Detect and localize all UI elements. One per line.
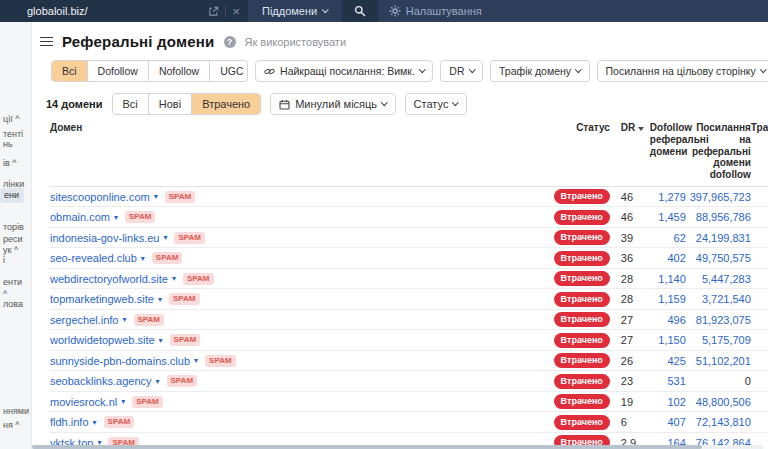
traffic-value: 0	[751, 334, 768, 346]
table-row: sunnyside-pbn-domains.club ▾ SPAM Втраче…	[50, 351, 768, 372]
scrollbar-thumb[interactable]	[32, 445, 702, 449]
links-ref-dofollow-value[interactable]: 72,143,810	[686, 416, 751, 428]
domain-link[interactable]: sunnyside-pbn-domains.club	[50, 355, 190, 367]
col-dofollow-ref-domains[interactable]: Dofollow реферальні домени	[650, 122, 686, 181]
dr-value: 39	[610, 232, 650, 244]
col-traffic[interactable]: Трафік	[751, 122, 768, 181]
dr-filter[interactable]: DR	[440, 60, 483, 82]
sidebar-item[interactable]: ня ^	[3, 420, 20, 430]
chevron-down-icon[interactable]: ▾	[114, 213, 118, 222]
dofollow-ref-domains-value[interactable]: 1,150	[650, 334, 686, 346]
domain-link[interactable]: sitescooponline.com	[50, 191, 150, 203]
period-dropdown[interactable]: Минулий місяць	[270, 93, 395, 115]
dofollow-ref-domains-value[interactable]: 62	[650, 232, 686, 244]
chevron-down-icon[interactable]: ▾	[163, 233, 167, 242]
col-status[interactable]: Статус	[548, 122, 610, 181]
external-link-icon[interactable]	[208, 6, 219, 17]
chevron-down-icon[interactable]: ▾	[141, 254, 145, 263]
links-ref-dofollow-value[interactable]: 5,447,283	[686, 273, 751, 285]
domain-link[interactable]: worldwidetopweb.site	[50, 334, 155, 346]
links-ref-dofollow-value[interactable]: 397,965,723	[686, 191, 751, 203]
dofollow-ref-domains-value[interactable]: 1,159	[650, 293, 686, 305]
spam-badge: SPAM	[132, 396, 163, 408]
links-ref-dofollow-value[interactable]: 88,956,786	[686, 211, 751, 223]
sidebar-item[interactable]: ції ^	[3, 114, 19, 124]
links-ref-dofollow-value[interactable]: 24,199,831	[686, 232, 751, 244]
tab-new[interactable]: Нові	[148, 94, 191, 114]
help-link[interactable]: Як використовувати	[245, 36, 347, 48]
sidebar-item[interactable]: ук ^	[3, 245, 18, 255]
links-ref-dofollow-value[interactable]: 48,800,506	[686, 396, 751, 408]
chevron-down-icon[interactable]: ▾	[123, 315, 127, 324]
sidebar-item[interactable]: ^	[3, 289, 7, 299]
links-ref-dofollow-value[interactable]: 49,750,575	[686, 252, 751, 264]
chevron-down-icon[interactable]: ▾	[93, 418, 97, 427]
settings-label: Налаштування	[406, 5, 482, 17]
help-icon[interactable]	[224, 36, 236, 48]
sidebar-item[interactable]: енти	[3, 277, 22, 287]
chevron-down-icon[interactable]: ▾	[158, 295, 162, 304]
chevron-down-icon[interactable]: ▾	[172, 274, 176, 283]
dofollow-ref-domains-value[interactable]: 531	[650, 375, 686, 387]
domain-link[interactable]: indonesia-gov-links.eu	[50, 232, 159, 244]
domain-link[interactable]: sergechel.info	[50, 314, 119, 326]
dr-value: 19	[610, 396, 650, 408]
subdomains-dropdown[interactable]: Піддомени	[248, 0, 342, 22]
sidebar-item[interactable]: нь	[3, 139, 13, 149]
col-domain[interactable]: Домен	[50, 122, 548, 181]
domain-link[interactable]: webdirectoryofworld.site	[50, 273, 168, 285]
target-url[interactable]: globaloil.biz/	[27, 5, 208, 17]
chevron-down-icon[interactable]: ▾	[156, 377, 160, 386]
tab-lost[interactable]: Втрачено	[191, 94, 260, 114]
domain-link[interactable]: topmarketingweb.site	[50, 293, 154, 305]
chevron-down-icon[interactable]: ▾	[154, 192, 158, 201]
sidebar-item[interactable]: лова	[3, 299, 23, 309]
domain-link[interactable]: seo-revealed.club	[50, 252, 137, 264]
status-dropdown[interactable]: Статус	[405, 93, 467, 115]
search-button[interactable]	[342, 0, 378, 22]
sidebar-item-active[interactable]: ени	[0, 188, 24, 203]
sidebar-item[interactable]: ів ^	[3, 158, 17, 168]
dofollow-ref-domains-value[interactable]: 102	[650, 396, 686, 408]
traffic-value: 0	[751, 375, 768, 387]
dofollow-ref-domains-value[interactable]: 1,459	[650, 211, 686, 223]
best-links-filter[interactable]: Найкращі посилання: Вимк.	[255, 60, 433, 82]
links-ref-dofollow-value[interactable]: 3,721,540	[686, 293, 751, 305]
domain-link[interactable]: seobacklinks.agency	[50, 375, 152, 387]
sidebar-item[interactable]: тенті	[3, 129, 23, 139]
chevron-down-icon[interactable]: ▾	[159, 336, 163, 345]
tab-all[interactable]: Всі	[113, 94, 148, 114]
settings-button[interactable]: Налаштування	[378, 0, 482, 22]
links-ref-dofollow-value[interactable]: 51,102,201	[686, 355, 751, 367]
dofollow-ref-domains-value[interactable]: 496	[650, 314, 686, 326]
domain-link[interactable]: obmain.com	[50, 211, 110, 223]
col-links-ref-dofollow[interactable]: Посилання на реферальні домени dofollow	[686, 122, 751, 181]
filter-all[interactable]: Всі	[52, 61, 87, 81]
links-ref-dofollow-value[interactable]: 5,175,709	[686, 334, 751, 346]
sidebar-item[interactable]: ннями	[3, 406, 29, 416]
links-ref-dofollow-value[interactable]: 81,923,075	[686, 314, 751, 326]
chevron-down-icon[interactable]: ▾	[194, 356, 198, 365]
domain-traffic-filter[interactable]: Трафік домену	[490, 60, 590, 82]
close-icon[interactable]: ×	[232, 5, 240, 18]
dofollow-ref-domains-value[interactable]: 1,279	[650, 191, 686, 203]
col-dr[interactable]: DR	[610, 122, 650, 181]
domain-link[interactable]: fldh.info	[50, 416, 89, 428]
target-url-field[interactable]: globaloil.biz/ ×	[0, 0, 248, 22]
dofollow-ref-domains-value[interactable]: 407	[650, 416, 686, 428]
dofollow-ref-domains-value[interactable]: 1,140	[650, 273, 686, 285]
sidebar-item[interactable]: торів	[3, 222, 24, 232]
horizontal-scrollbar[interactable]	[32, 445, 763, 449]
domain-link[interactable]: moviesrock.nl	[50, 396, 117, 408]
chevron-down-icon	[381, 99, 387, 105]
menu-icon[interactable]	[40, 37, 53, 47]
sidebar-item[interactable]: реси	[3, 234, 23, 244]
chevron-down-icon[interactable]: ▾	[121, 397, 125, 406]
sidebar-item[interactable]: і	[3, 255, 5, 265]
filter-nofollow[interactable]: Nofollow	[148, 61, 209, 81]
filter-dofollow[interactable]: Dofollow	[87, 61, 148, 81]
filter-ugc-dropdown[interactable]: UGC	[209, 61, 248, 81]
target-page-links-filter[interactable]: Посилання на цільову сторінку	[597, 60, 768, 82]
dofollow-ref-domains-value[interactable]: 425	[650, 355, 686, 367]
dofollow-ref-domains-value[interactable]: 402	[650, 252, 686, 264]
